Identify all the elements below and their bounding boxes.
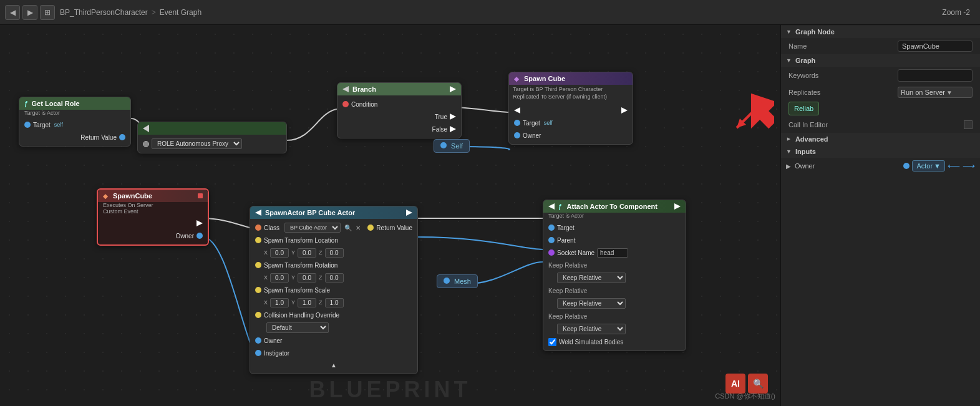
graph-node-arrow: ▼ xyxy=(786,29,792,35)
function-icon: ƒ xyxy=(24,100,28,107)
forward-button[interactable]: ▶ xyxy=(22,5,37,20)
pin-target-self: self xyxy=(54,122,63,128)
rotation-rule-dropdown[interactable]: Keep Relative xyxy=(557,298,626,309)
grid-button[interactable]: ⊞ xyxy=(40,5,55,20)
node-branch-body: Condition True False xyxy=(337,95,461,138)
location-x[interactable] xyxy=(270,248,289,258)
node-get-local-role-body: Target self Return Value xyxy=(19,116,130,146)
inputs-label: Inputs xyxy=(795,148,816,155)
ai-button[interactable]: AI xyxy=(725,374,745,394)
scale-x[interactable] xyxy=(270,298,289,307)
node-spawn-actor[interactable]: SpawnActor BP Cube Actor Class BP Cube A… xyxy=(250,206,418,374)
self-label: Self xyxy=(451,142,463,150)
graph-label: Graph xyxy=(795,57,815,64)
rotation-x[interactable] xyxy=(270,273,289,283)
weld-label: Weld Simulated Bodies xyxy=(559,339,623,346)
rotation-y[interactable] xyxy=(298,273,316,283)
pin-event-exec-tri xyxy=(196,220,203,226)
pin-spawn-out-tri xyxy=(621,107,628,114)
collision-dropdown[interactable]: Default xyxy=(266,322,329,333)
owner-type-value: Actor xyxy=(916,162,933,170)
pin-scale-rule-dd: Keep Relative xyxy=(543,322,686,336)
node-spawn-cube-ref[interactable]: ◆ Spawn Cube Target is BP Third Person C… xyxy=(508,72,633,145)
pin-compare-in: ROLE Autonomous Proxy xyxy=(138,137,286,150)
event-subtitle2: Custom Event xyxy=(98,208,208,215)
pin-scale-dot xyxy=(255,287,261,293)
pin-false: False xyxy=(337,123,461,135)
node-get-local-role-title: Get Local Role xyxy=(32,100,80,107)
location-y[interactable] xyxy=(298,248,316,258)
node-self: Self xyxy=(434,139,470,153)
blueprint-canvas[interactable]: ƒ Get Local Role Target is Actor Target … xyxy=(0,25,780,406)
node-attach-actor[interactable]: ƒ Attach Actor To Component Target is Ac… xyxy=(543,200,686,351)
back-button[interactable]: ◀ xyxy=(5,5,20,20)
section-graph-node[interactable]: ▼ Graph Node xyxy=(781,26,980,38)
csdn-watermark: CSDN @你不知道() xyxy=(715,392,775,401)
pin-spawn-target-self: self xyxy=(544,120,553,126)
section-advanced[interactable]: ▼ Advanced xyxy=(781,133,980,145)
breadcrumb-graph[interactable]: Event Graph xyxy=(160,8,201,17)
pin-class: Class BP Cube Actor 🔍 ✕ Return Value xyxy=(250,221,417,234)
pin-location-label: Spawn Transform Location xyxy=(264,237,338,244)
node-branch[interactable]: Branch Condition True False xyxy=(337,82,462,138)
class-clear-icon[interactable]: ✕ xyxy=(356,225,361,231)
pin-false-label: False xyxy=(432,126,447,133)
owner-label: Owner xyxy=(795,162,815,170)
graph-node-label: Graph Node xyxy=(795,28,835,36)
class-dropdown[interactable]: BP Cube Actor xyxy=(284,223,341,233)
replicates-dropdown[interactable]: Run on Server ▼ xyxy=(898,87,973,98)
keywords-label: Keywords xyxy=(788,72,838,79)
node-get-local-role-header: ƒ Get Local Role xyxy=(19,97,130,110)
panel-row-name: Name SpawnCube xyxy=(781,38,980,54)
pin-return: Return Value xyxy=(19,131,130,143)
blueprint-watermark: BLUEPRINT xyxy=(309,377,472,403)
pin-x-label: X xyxy=(264,249,268,256)
call-in-editor-checkbox[interactable] xyxy=(964,120,973,129)
location-z[interactable] xyxy=(325,248,344,258)
weld-checkbox[interactable] xyxy=(548,338,556,346)
branch-exec-in xyxy=(342,86,349,92)
pin-spawn-target-dot xyxy=(514,120,520,126)
node-spawn-cube-event[interactable]: ◆ SpawnCube Executes On Server Custom Ev… xyxy=(97,188,209,246)
spawn-actor-exec-in xyxy=(255,210,261,216)
location-rule-dropdown[interactable]: Keep Relative xyxy=(557,273,626,283)
node-spawn-cube-ref-body: Target self Owner xyxy=(509,102,633,144)
scale-y[interactable] xyxy=(298,298,316,307)
reliable-badge: Reliab xyxy=(788,102,819,115)
pin-true: True xyxy=(337,110,461,123)
pin-weld: Weld Simulated Bodies xyxy=(543,336,686,348)
rotation-z[interactable] xyxy=(325,273,344,283)
call-in-editor-label: Call In Editor xyxy=(788,121,838,128)
pin-spawn-target: Target self xyxy=(509,117,633,129)
pin-sz-label: Z xyxy=(319,299,323,306)
name-value[interactable]: SpawnCube xyxy=(898,41,973,52)
owner-expand-arrow[interactable]: ▶ xyxy=(786,163,791,170)
class-search-icon[interactable]: 🔍 xyxy=(344,225,352,231)
collapse-arrow[interactable]: ▲ xyxy=(250,359,417,371)
socket-input[interactable] xyxy=(597,248,628,258)
keywords-value[interactable] xyxy=(898,69,973,82)
exec-in-triangle xyxy=(143,125,149,132)
pin-owner-label: Owner xyxy=(264,337,282,344)
node-get-local-role[interactable]: ƒ Get Local Role Target is Actor Target … xyxy=(19,97,131,147)
attach-actor-subtitle: Target is Actor xyxy=(543,213,686,219)
pin-condition: Condition xyxy=(337,98,461,110)
pin-rz-label: Z xyxy=(319,274,323,281)
owner-chain-btn[interactable]: ⟶ xyxy=(963,161,975,171)
pin-attach-target-dot xyxy=(548,225,555,231)
section-graph[interactable]: ▼ Graph xyxy=(781,54,980,67)
section-inputs[interactable]: ▼ Inputs xyxy=(781,145,980,158)
compare-dropdown[interactable]: ROLE Autonomous Proxy xyxy=(152,138,242,149)
breadcrumb-class[interactable]: BP_ThirdPersonCharacter xyxy=(60,8,148,17)
node-spawn-cube-ref-header: ◆ Spawn Cube xyxy=(509,72,633,85)
scale-z[interactable] xyxy=(325,298,344,307)
search-magnify-button[interactable]: 🔍 xyxy=(748,374,768,394)
pin-owner-dot xyxy=(255,337,261,344)
owner-connect-btn[interactable]: ⟵ xyxy=(948,161,960,171)
node-compare[interactable]: ROLE Autonomous Proxy xyxy=(137,122,287,153)
event-icon: ◆ xyxy=(103,193,108,200)
scale-rule-dropdown[interactable]: Keep Relative xyxy=(557,324,626,334)
node-mesh: Mesh xyxy=(437,274,478,288)
node-spawn-cube-ref-title: Spawn Cube xyxy=(524,75,565,82)
owner-type-dropdown[interactable]: Actor ▼ xyxy=(912,160,945,172)
